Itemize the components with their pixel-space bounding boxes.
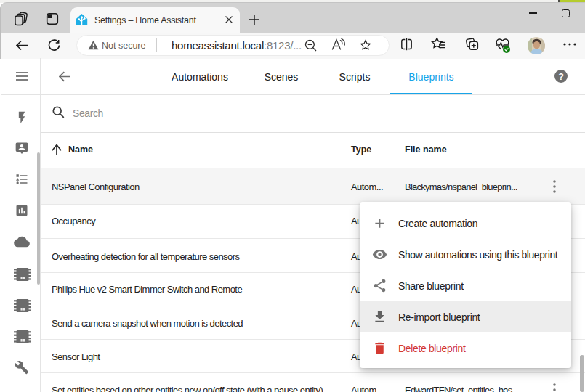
svg-text:?: ?: [558, 72, 564, 82]
